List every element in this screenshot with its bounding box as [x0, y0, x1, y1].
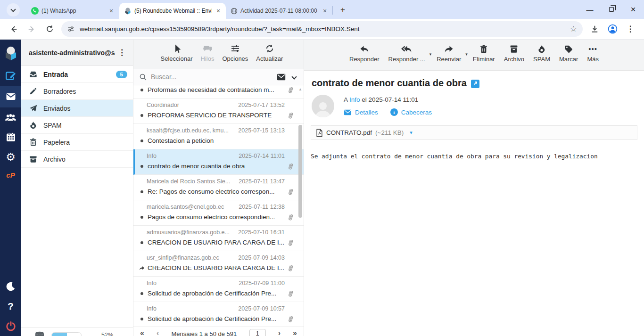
address-bar[interactable]: webmail.sanjuan.gob.ec/cpsess1535909589/…: [61, 21, 583, 37]
contacts-button[interactable]: [0, 107, 21, 127]
to-prefix: A: [344, 96, 347, 103]
mark-label: Marcar: [559, 56, 578, 63]
unread-dot-icon: [140, 165, 143, 168]
ellipsis-icon: •••: [588, 44, 597, 54]
search-options-chevron-icon[interactable]: [291, 74, 297, 79]
scrollbar-thumb[interactable]: [298, 125, 302, 218]
compose-button[interactable]: [0, 66, 21, 86]
reply-icon: [359, 44, 370, 54]
archive-label: Archivo: [504, 56, 524, 63]
pencil-icon: [29, 87, 38, 96]
new-tab-button[interactable]: +: [337, 4, 349, 16]
message-view-pane: Responder Responder ... ▾ Reenviar ▾: [304, 40, 644, 336]
minimize-button[interactable]: —: [579, 0, 601, 19]
tab-actividad[interactable]: Actividad 2025-07-11 08:00:00 ×: [226, 3, 332, 19]
message-list-row[interactable]: ksaait@fcjse.utb.edu.ec, kmu... 2025-07-…: [133, 124, 304, 149]
scroll-up-icon[interactable]: ▲: [298, 87, 302, 91]
cpanel-button[interactable]: cP: [0, 167, 21, 183]
threads-button[interactable]: Hilos: [201, 44, 215, 69]
refresh-button[interactable]: Actualizar: [256, 44, 283, 69]
reload-button[interactable]: [41, 21, 58, 37]
message-list-row[interactable]: Coordinador 2025-07-17 13:52 PROFORMA SE…: [133, 98, 304, 124]
message-list-row[interactable]: Maricela del Rocio Santos Sie... 2025-07…: [133, 175, 304, 200]
headers-link[interactable]: Cabeceras: [401, 109, 432, 116]
folder-spam[interactable]: SPAM: [21, 117, 133, 134]
forward-button[interactable]: [24, 21, 40, 37]
url-text[interactable]: webmail.sanjuan.gob.ec/cpsess1535909589/…: [80, 25, 570, 33]
paperclip-icon: [287, 213, 294, 221]
folder-entrada[interactable]: Entrada 5: [21, 66, 133, 83]
row-sender: Info: [147, 153, 235, 159]
recipient-link[interactable]: Info: [349, 96, 360, 103]
gear-icon: ⚙: [6, 151, 16, 164]
profile-button[interactable]: [604, 21, 620, 37]
archive-button[interactable]: Archivo: [504, 44, 524, 70]
close-icon[interactable]: ×: [107, 7, 115, 15]
attachment-row[interactable]: CONTRATO.pdf (~211 KB) ▾: [311, 125, 637, 140]
forward-label: Reenviar: [437, 56, 461, 63]
message-list-row[interactable]: Info 2025-07-14 11:01 contrato de menor …: [133, 149, 304, 175]
download-button[interactable]: [586, 21, 603, 37]
paperclip-icon: [287, 315, 294, 323]
search-input[interactable]: [151, 73, 273, 81]
close-icon[interactable]: ×: [215, 7, 222, 15]
folder-archivo[interactable]: Archivo: [21, 151, 133, 168]
bookmark-star-icon[interactable]: ☆: [570, 24, 577, 34]
open-in-new-window-icon[interactable]: [471, 80, 479, 88]
reply-all-button[interactable]: Responder ...: [388, 44, 425, 70]
logout-button[interactable]: [0, 316, 21, 336]
message-list-row[interactable]: admusuarios@finanzas.gob.e... 2025-07-10…: [133, 226, 304, 251]
forward-caret-icon[interactable]: ▾: [465, 52, 468, 57]
power-icon: [6, 321, 16, 331]
back-button[interactable]: [6, 21, 22, 37]
folder-label: Papelera: [43, 139, 127, 146]
restore-button[interactable]: [601, 0, 622, 19]
search-scope-mail-icon[interactable]: [277, 74, 286, 81]
list-scrollbar[interactable]: ▲ ▼: [297, 87, 303, 334]
folder-label: Borradores: [43, 88, 127, 95]
message-list-row[interactable]: usr_sinfip@finanzas.gob.ec 2025-07-09 14…: [133, 251, 304, 277]
dark-mode-button[interactable]: [0, 277, 21, 296]
mark-button[interactable]: Marcar: [559, 44, 578, 70]
page-number-input[interactable]: 1: [249, 329, 266, 336]
folder-actions-button[interactable]: ⋮: [115, 48, 129, 57]
message-list-row[interactable]: Info 2025-07-09 11:00 Solicitud de aprob…: [133, 277, 304, 302]
message-list-row[interactable]: maricela.santos@cnel.gob.ec 2025-07-11 1…: [133, 200, 304, 226]
prev-page-button[interactable]: ‹: [157, 329, 159, 336]
options-button[interactable]: Opciones: [222, 44, 248, 69]
close-icon[interactable]: ×: [321, 7, 329, 15]
next-page-button[interactable]: ›: [278, 329, 281, 336]
message-list-row[interactable]: Coordinador 2025-07-18 13:19 Proformas d…: [133, 85, 304, 98]
tag-icon: [564, 44, 573, 54]
reply-all-label: Responder ...: [388, 56, 425, 63]
help-button[interactable]: ?: [0, 296, 21, 316]
message-list-row[interactable]: Info 2025-07-09 10:57 Solicitud de aprob…: [133, 302, 304, 328]
globe-icon: [231, 8, 238, 15]
tab-roundcube[interactable]: (5) Roundcube Webmail :: Envia ×: [119, 3, 226, 19]
close-window-button[interactable]: ×: [622, 0, 644, 19]
browser-menu-button[interactable]: ⋮: [622, 21, 638, 37]
delete-button[interactable]: Eliminar: [473, 44, 495, 70]
site-settings-icon[interactable]: [67, 25, 75, 33]
calendar-button[interactable]: [0, 127, 21, 147]
reply-all-caret-icon[interactable]: ▾: [429, 52, 432, 57]
settings-button[interactable]: ⚙: [0, 147, 21, 167]
select-button[interactable]: Seleccionar: [161, 44, 193, 69]
app-rail: ⚙ cP ?: [0, 40, 21, 336]
forward-button[interactable]: Reenviar: [437, 44, 461, 70]
paperclip-icon: [287, 264, 294, 272]
attachment-name[interactable]: CONTRATO.pdf: [326, 129, 372, 136]
folder-papelera[interactable]: Papelera: [21, 134, 133, 151]
attachment-menu-caret-icon[interactable]: ▾: [410, 130, 413, 136]
folder-enviados[interactable]: Enviados: [21, 100, 133, 117]
details-link[interactable]: Detalles: [355, 109, 378, 116]
tab-whatsapp[interactable]: (1) WhatsApp ×: [26, 3, 119, 19]
more-button[interactable]: ••• Más: [587, 44, 599, 70]
mail-nav-button[interactable]: [0, 86, 21, 107]
spam-button[interactable]: SPAM: [533, 44, 550, 70]
last-page-button[interactable]: »: [293, 329, 297, 336]
tab-search-button[interactable]: [7, 3, 20, 16]
reply-button[interactable]: Responder: [349, 44, 380, 70]
folder-borradores[interactable]: Borradores: [21, 83, 133, 100]
first-page-button[interactable]: «: [140, 329, 144, 336]
